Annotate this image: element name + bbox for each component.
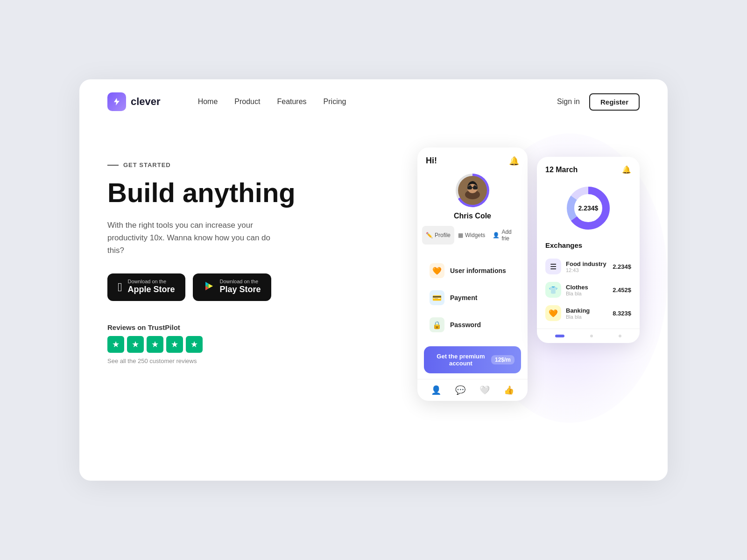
donut-chart: 2.234$ <box>563 182 614 234</box>
bottom-icon-like[interactable]: 🤍 <box>479 385 490 395</box>
user-info-icon: 🧡 <box>430 263 444 278</box>
store-buttons:  Download on the Apple Store <box>107 273 341 301</box>
register-button[interactable]: Register <box>589 93 640 111</box>
apple-store-sub: Download on the <box>128 279 167 284</box>
apple-store-main: Apple Store <box>128 284 175 295</box>
exchanges-date: 12 March <box>545 166 578 174</box>
banking-name: Banking <box>566 307 608 314</box>
menu-item-password[interactable]: 🔒 Password <box>424 313 521 337</box>
page-dot-1 <box>555 335 564 337</box>
premium-price: 12$/m <box>491 355 514 364</box>
apple-icon:  <box>118 280 122 294</box>
logo-icon <box>107 92 126 111</box>
clothes-name: Clothes <box>566 284 608 291</box>
clothes-amount: 2.452$ <box>613 287 631 294</box>
premium-btn-text: Get the premium account <box>430 353 491 367</box>
exchanges-title: Exchanges <box>537 241 640 255</box>
profile-section: Chris Cole ✏️ Profile ▦ Widgets 👤 Add f <box>417 170 528 255</box>
donut-value: 2.234$ <box>578 204 599 212</box>
star-1: ★ <box>107 336 124 353</box>
star-4: ★ <box>166 336 183 353</box>
apple-store-button[interactable]:  Download on the Apple Store <box>107 273 185 301</box>
exchange-item-food[interactable]: ☰ Food industry 12:43 2.234$ <box>537 255 640 278</box>
nav-product[interactable]: Product <box>234 98 260 106</box>
exchanges-phone-card: 12 March 🔔 2.234$ <box>537 157 640 343</box>
hero-title: Build anything <box>107 178 341 208</box>
phone-header: Hi! 🔔 <box>417 147 528 170</box>
greeting-text: Hi! <box>426 156 437 166</box>
banking-sub: Bla bla <box>566 314 608 320</box>
trustpilot-section: Reviews on TrustPilot ★ ★ ★ ★ ★ See all … <box>107 323 341 364</box>
avatar <box>458 176 487 205</box>
nav-home[interactable]: Home <box>198 98 218 106</box>
clothes-info: Clothes Bla bla <box>566 284 608 296</box>
food-industry-sub: 12:43 <box>566 267 608 273</box>
star-3: ★ <box>147 336 163 353</box>
signin-button[interactable]: Sign in <box>557 98 580 106</box>
nav-right: Sign in Register <box>557 93 640 111</box>
play-store-sub: Download on the <box>220 279 259 284</box>
bottom-icon-thumbs[interactable]: 👍 <box>504 385 514 395</box>
hero-section: GET STARTED Build anything With the righ… <box>79 124 668 420</box>
logo[interactable]: clever <box>107 92 161 111</box>
banking-info: Banking Bla bla <box>566 307 608 320</box>
tab-widgets[interactable]: ▦ Widgets <box>454 226 489 245</box>
profile-phone-card: Hi! 🔔 <box>417 147 528 401</box>
reviews-count: See all the 250 customer reviews <box>107 357 341 364</box>
bottom-icon-chat[interactable]: 💬 <box>455 385 465 395</box>
clothes-sub: Bla bla <box>566 291 608 296</box>
menu-item-payment[interactable]: 💳 Payment <box>424 286 521 310</box>
star-5: ★ <box>186 336 203 353</box>
get-started-label: GET STARTED <box>107 161 341 168</box>
donut-chart-container: 2.234$ <box>537 178 640 241</box>
bottom-icon-home[interactable]: 👤 <box>431 385 441 395</box>
page-dot-2 <box>590 335 593 337</box>
premium-button[interactable]: Get the premium account 12$/m <box>424 346 521 373</box>
play-store-button[interactable]: Download on the Play Store <box>193 273 271 301</box>
star-rating: ★ ★ ★ ★ ★ <box>107 336 341 353</box>
banking-amount: 8.323$ <box>613 310 631 317</box>
hero-left: GET STARTED Build anything With the righ… <box>107 133 341 401</box>
nav-links: Home Product Features Pricing <box>198 98 346 106</box>
svg-rect-9 <box>467 186 472 189</box>
food-industry-name: Food industry <box>566 260 608 267</box>
nav-pricing[interactable]: Pricing <box>324 98 346 106</box>
banking-icon: 🧡 <box>545 305 561 321</box>
exchanges-header: 12 March 🔔 <box>537 157 640 178</box>
password-label: Password <box>450 321 481 329</box>
nav-features[interactable]: Features <box>277 98 306 106</box>
password-icon: 🔒 <box>430 317 444 332</box>
widgets-tab-icon: ▦ <box>458 232 463 238</box>
play-icon <box>203 280 214 294</box>
apple-store-text: Download on the Apple Store <box>128 279 175 295</box>
tab-profile[interactable]: ✏️ Profile <box>422 226 454 245</box>
exchange-item-clothes[interactable]: 👕 Clothes Bla bla 2.452$ <box>537 278 640 301</box>
notification-icon: 🔔 <box>509 156 519 166</box>
play-store-text: Download on the Play Store <box>220 279 261 295</box>
user-info-label: User informations <box>450 267 506 274</box>
trustpilot-label: Reviews on TrustPilot <box>107 323 341 331</box>
hero-description: With the right tools you can increase yo… <box>107 219 285 257</box>
star-2: ★ <box>127 336 144 353</box>
add-friend-icon: 👤 <box>493 232 500 238</box>
phone-bottom-bar: 👤 💬 🤍 👍 <box>417 379 528 401</box>
hero-right: Hi! 🔔 <box>341 133 640 401</box>
page-dot-3 <box>619 335 621 337</box>
exchanges-pagination <box>537 329 640 343</box>
tab-add-friend[interactable]: 👤 Add frie <box>489 226 523 245</box>
exchanges-bell-icon: 🔔 <box>622 165 631 174</box>
logo-text: clever <box>131 96 161 108</box>
food-industry-amount: 2.234$ <box>613 263 631 270</box>
profile-name: Chris Cole <box>454 212 491 220</box>
payment-icon: 💳 <box>430 290 444 305</box>
main-card: clever Home Product Features Pricing Sig… <box>79 79 668 481</box>
profile-tabs: ✏️ Profile ▦ Widgets 👤 Add frie <box>417 226 528 245</box>
food-industry-icon: ☰ <box>545 259 561 274</box>
svg-marker-3 <box>209 284 213 288</box>
exchange-item-banking[interactable]: 🧡 Banking Bla bla 8.323$ <box>537 301 640 325</box>
navbar: clever Home Product Features Pricing Sig… <box>79 79 668 124</box>
profile-tab-icon: ✏️ <box>426 232 433 238</box>
menu-item-user-info[interactable]: 🧡 User informations <box>424 259 521 283</box>
menu-items: 🧡 User informations 💳 Payment 🔒 Password <box>417 255 528 341</box>
payment-label: Payment <box>450 294 477 301</box>
